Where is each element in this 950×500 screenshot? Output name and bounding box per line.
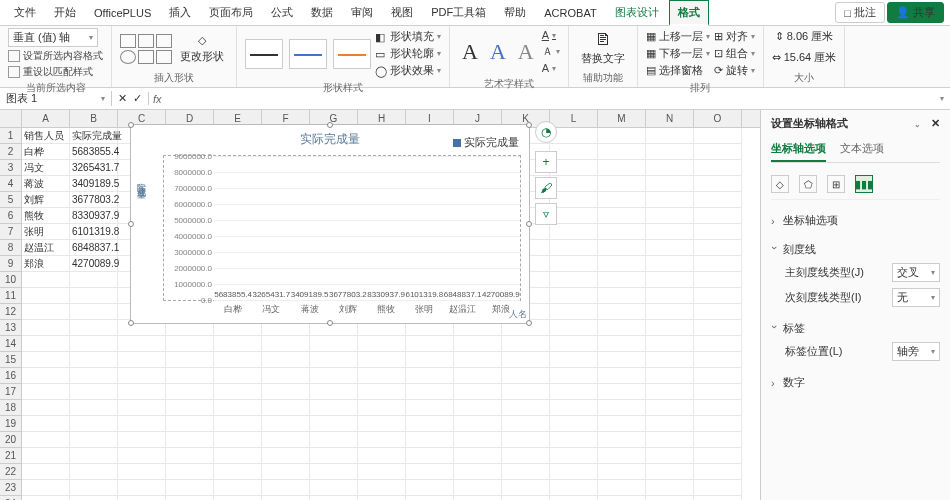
cell[interactable] (646, 368, 694, 384)
cell[interactable] (550, 144, 598, 160)
cell[interactable] (22, 480, 70, 496)
alt-text-button[interactable]: 🖹替换文字 (577, 29, 629, 68)
cell[interactable] (214, 464, 262, 480)
cell[interactable] (166, 464, 214, 480)
cell[interactable] (310, 384, 358, 400)
cell[interactable] (694, 448, 742, 464)
cell[interactable] (598, 288, 646, 304)
cell[interactable] (598, 352, 646, 368)
cell[interactable] (70, 288, 118, 304)
cell[interactable] (118, 368, 166, 384)
row-header[interactable]: 18 (0, 400, 21, 416)
cell[interactable] (646, 432, 694, 448)
row-header[interactable]: 22 (0, 464, 21, 480)
cell[interactable] (550, 464, 598, 480)
cell[interactable] (694, 384, 742, 400)
cell[interactable] (118, 416, 166, 432)
cell[interactable]: 5683855.4 (70, 144, 118, 160)
cell[interactable] (70, 352, 118, 368)
section-labels[interactable]: 标签 (771, 318, 940, 339)
section-axis-options[interactable]: 坐标轴选项 (771, 210, 940, 231)
cell[interactable] (646, 400, 694, 416)
cell[interactable] (646, 320, 694, 336)
cell[interactable] (166, 448, 214, 464)
cell[interactable] (646, 480, 694, 496)
cell[interactable]: 3677803.2 (70, 192, 118, 208)
select-all-corner[interactable] (0, 110, 22, 127)
chart-quickanalysis-button[interactable]: ◔ (535, 121, 557, 143)
row-header[interactable]: 6 (0, 208, 21, 224)
cell[interactable] (166, 336, 214, 352)
cell[interactable] (598, 448, 646, 464)
label-position-dropdown[interactable]: 轴旁▾ (892, 342, 940, 361)
cell[interactable] (214, 336, 262, 352)
cell[interactable] (550, 176, 598, 192)
name-box[interactable]: 图表 1▾ (0, 91, 112, 106)
major-tick-dropdown[interactable]: 交叉▾ (892, 263, 940, 282)
style-gallery[interactable]: .lline:nth-child(1)::after{border-color:… (245, 39, 371, 69)
text-outline-button[interactable]: Ａ ▾ (542, 43, 560, 60)
cell[interactable] (550, 272, 598, 288)
cell[interactable] (550, 256, 598, 272)
tab-axis-options[interactable]: 坐标轴选项 (771, 137, 826, 162)
cell[interactable] (70, 320, 118, 336)
cell[interactable] (550, 416, 598, 432)
cell[interactable] (358, 480, 406, 496)
cell[interactable]: 熊牧 (22, 208, 70, 224)
cell[interactable] (262, 384, 310, 400)
cell[interactable]: 刘辉 (22, 192, 70, 208)
cell[interactable] (214, 400, 262, 416)
col-header[interactable]: M (598, 110, 646, 127)
shape-fill-button[interactable]: ◧形状填充 ▾ (375, 28, 441, 45)
cell[interactable] (166, 368, 214, 384)
cell[interactable] (598, 368, 646, 384)
cell[interactable]: 6101319.8 (70, 224, 118, 240)
pane-icon-size[interactable]: ⊞ (827, 175, 845, 193)
menu-formula[interactable]: 公式 (263, 1, 301, 24)
cell[interactable]: 6848837.1 (70, 240, 118, 256)
pane-collapse-icon[interactable]: ⌄ (914, 120, 921, 129)
cell[interactable] (310, 464, 358, 480)
menu-file[interactable]: 文件 (6, 1, 44, 24)
cell[interactable] (406, 400, 454, 416)
row-header[interactable]: 3 (0, 160, 21, 176)
cell[interactable] (22, 384, 70, 400)
cell[interactable] (550, 448, 598, 464)
cell[interactable] (598, 400, 646, 416)
row-header[interactable]: 11 (0, 288, 21, 304)
cell[interactable] (550, 352, 598, 368)
selection-pane-button[interactable]: ▤选择窗格 (646, 62, 710, 79)
cell[interactable] (550, 320, 598, 336)
cell[interactable] (214, 368, 262, 384)
cell[interactable] (70, 464, 118, 480)
cell[interactable] (358, 352, 406, 368)
cell[interactable] (214, 432, 262, 448)
menu-data[interactable]: 数据 (303, 1, 341, 24)
chart-y-axis[interactable]: 0.01000000.02000000.03000000.04000000.05… (164, 156, 214, 300)
cell[interactable] (694, 272, 742, 288)
cell[interactable] (646, 272, 694, 288)
pane-icon-fill[interactable]: ◇ (771, 175, 789, 193)
cell[interactable] (646, 176, 694, 192)
section-tick-marks[interactable]: 刻度线 (771, 239, 940, 260)
cell[interactable] (118, 384, 166, 400)
cell[interactable] (502, 416, 550, 432)
cell[interactable] (22, 368, 70, 384)
cell[interactable] (646, 128, 694, 144)
chart-styles-button[interactable]: 🖌 (535, 177, 557, 199)
cell[interactable] (646, 496, 694, 500)
chart-bar[interactable]: 4270089.9郑浪 (484, 290, 518, 300)
cell[interactable] (406, 416, 454, 432)
chart-filters-button[interactable]: ▿ (535, 203, 557, 225)
cell[interactable] (694, 432, 742, 448)
row-header[interactable]: 23 (0, 480, 21, 496)
section-number[interactable]: 数字 (771, 372, 940, 393)
row-header[interactable]: 14 (0, 336, 21, 352)
cell[interactable] (502, 400, 550, 416)
cell[interactable] (502, 352, 550, 368)
cell[interactable] (646, 144, 694, 160)
row-header[interactable]: 24 (0, 496, 21, 500)
cell[interactable] (70, 448, 118, 464)
shape-outline-button[interactable]: ▭形状轮廓 ▾ (375, 45, 441, 62)
wordart-style-2[interactable]: A (486, 39, 510, 65)
